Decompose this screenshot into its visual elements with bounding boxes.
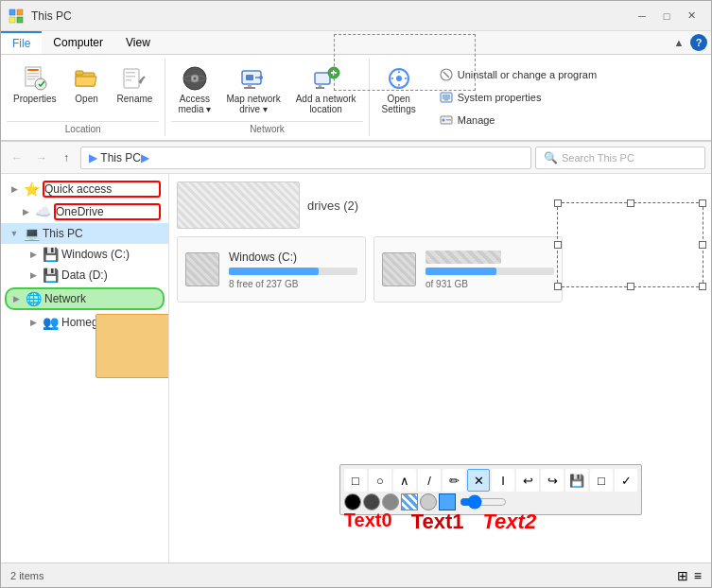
ribbon: File Computer View ▲ ? xyxy=(1,31,711,142)
draw-pattern-btn[interactable] xyxy=(401,493,418,510)
map-network-button[interactable]: Map networkdrive ▾ xyxy=(219,59,287,119)
open-settings-label: OpenSettings xyxy=(382,94,416,114)
draw-check-tool[interactable]: ✓ xyxy=(615,469,637,492)
sidebar-item-quick-access[interactable]: ▶ ⭐ Quick access xyxy=(1,178,168,200)
search-icon: 🔍 xyxy=(544,151,558,164)
draw-polygon-tool[interactable]: ∧ xyxy=(393,469,416,492)
drive-windows-c-info: Windows (C:) 8 free of 237 GB xyxy=(229,251,357,289)
open-button[interactable]: Open xyxy=(65,59,109,109)
help-button[interactable]: ? xyxy=(690,34,707,51)
rename-icon xyxy=(119,63,149,94)
data-d-label: Data (D:) xyxy=(61,268,161,282)
svg-rect-32 xyxy=(319,84,321,87)
svg-rect-1 xyxy=(17,9,23,15)
path-label: This PC xyxy=(100,151,141,164)
map-network-icon xyxy=(238,63,269,94)
open-settings-button[interactable]: OpenSettings xyxy=(375,59,423,136)
titlebar-controls: ─ □ ✕ xyxy=(630,7,703,26)
svg-rect-39 xyxy=(443,95,450,99)
sidebar-item-data-d[interactable]: ▶ 💾 Data (D:) xyxy=(1,265,168,285)
homegroup-icon: 👥 xyxy=(43,315,58,330)
access-media-button[interactable]: Accessmedia ▾ xyxy=(171,59,217,119)
path-this-pc[interactable]: ▶ xyxy=(89,151,97,164)
onedrive-label: OneDrive xyxy=(54,203,161,220)
draw-color-black[interactable] xyxy=(344,493,361,510)
svg-rect-43 xyxy=(446,119,451,121)
svg-rect-33 xyxy=(316,87,324,89)
rename-button[interactable]: Rename xyxy=(111,59,160,109)
add-network-button[interactable]: Add a networklocation xyxy=(289,59,363,119)
svg-rect-13 xyxy=(126,72,135,74)
draw-color-dark-gray[interactable] xyxy=(363,493,380,510)
tab-file[interactable]: File xyxy=(1,31,42,54)
view-large-icons-button[interactable]: ⊞ xyxy=(677,568,688,583)
close-button[interactable]: ✕ xyxy=(679,7,703,26)
svg-rect-7 xyxy=(27,76,39,78)
text1-label: Text1 xyxy=(411,510,464,534)
draw-copy-tool[interactable]: □ xyxy=(590,469,613,492)
draw-rect-tool[interactable]: □ xyxy=(344,469,367,492)
svg-point-20 xyxy=(193,78,196,80)
minimize-button[interactable]: ─ xyxy=(630,7,654,26)
draw-save-tool[interactable]: 💾 xyxy=(565,469,588,492)
drive-item-2[interactable]: of 931 GB xyxy=(373,236,563,303)
svg-point-9 xyxy=(35,78,46,90)
titlebar: This PC ─ □ ✕ xyxy=(1,1,711,31)
network-group-label: Network xyxy=(171,121,362,136)
forward-button[interactable]: → xyxy=(31,147,52,168)
svg-point-42 xyxy=(442,119,444,122)
text2-label: Text2 xyxy=(482,510,536,534)
sidebar-item-network[interactable]: ▶ 🌐 Network xyxy=(5,287,165,310)
ribbon-collapse-button[interactable]: ▲ xyxy=(671,35,686,50)
drive-item-windows-c[interactable]: Windows (C:) 8 free of 237 GB xyxy=(177,236,366,303)
system-props-button[interactable]: System properties xyxy=(432,87,603,108)
manage-button[interactable]: Manage xyxy=(432,110,603,130)
draw-color-gray[interactable] xyxy=(382,493,399,510)
homegroup-expander: ▶ xyxy=(27,318,39,327)
search-box[interactable]: 🔍 Search This PC xyxy=(535,147,705,169)
address-path[interactable]: ▶ This PC ▶ xyxy=(80,147,531,169)
sidebar-item-onedrive[interactable]: ▶ ☁️ OneDrive xyxy=(1,200,168,223)
window-title: This PC xyxy=(27,9,630,23)
tab-view[interactable]: View xyxy=(114,31,162,54)
draw-pencil-tool[interactable]: ✏ xyxy=(443,469,465,492)
draw-select-tool[interactable]: ✕ xyxy=(467,469,490,492)
svg-rect-2 xyxy=(9,17,15,23)
data-d-icon: 💾 xyxy=(43,268,58,283)
draw-ellipse-tool[interactable]: ○ xyxy=(369,469,391,492)
view-details-button[interactable]: ≡ xyxy=(694,568,702,583)
settings-icon xyxy=(384,63,414,94)
draw-line-tool[interactable]: / xyxy=(418,469,441,492)
drive-2-bar-bg xyxy=(425,268,554,275)
properties-button[interactable]: Properties xyxy=(7,59,63,109)
drawing-toolbar: □ ○ ∧ / ✏ ✕ I ↩ ↪ 💾 □ ✓ xyxy=(339,464,642,515)
drives-grid: Windows (C:) 8 free of 237 GB xyxy=(177,236,703,303)
draw-fill-btn[interactable] xyxy=(420,493,437,510)
system-props-label: System properties xyxy=(458,92,542,103)
sidebar: ▶ ⭐ Quick access ▶ ☁️ OneDrive ▼ 💻 This … xyxy=(1,174,169,562)
draw-undo-tool[interactable]: ↩ xyxy=(516,469,539,492)
maximize-button[interactable]: □ xyxy=(654,7,679,26)
sidebar-item-windows-c[interactable]: ▶ 💾 Windows (C:) xyxy=(1,244,168,265)
system-small-buttons: Uninstall or change a program System pro… xyxy=(426,59,609,136)
windows-c-icon: 💾 xyxy=(43,247,58,262)
drive-windows-c-bar-bg xyxy=(229,268,357,275)
up-button[interactable]: ↑ xyxy=(56,147,77,168)
sidebar-item-this-pc[interactable]: ▼ 💻 This PC xyxy=(1,223,168,244)
homegroup-container: ▶ 👥 Homegroup xyxy=(1,312,168,333)
ribbon-group-network: Accessmedia ▾ xyxy=(165,59,369,136)
draw-text-tool[interactable]: I xyxy=(492,469,514,492)
back-button[interactable]: ← xyxy=(7,147,27,168)
search-placeholder: Search This PC xyxy=(562,152,634,164)
ribbon-content: Properties Open xyxy=(1,55,711,141)
tab-computer[interactable]: Computer xyxy=(42,31,114,54)
draw-toolbar-row-2 xyxy=(344,493,637,510)
uninstall-button[interactable]: Uninstall or change a program xyxy=(432,64,603,85)
drive-2-name xyxy=(425,251,501,264)
draw-blue-swatch[interactable] xyxy=(439,493,456,510)
draw-redo-tool[interactable]: ↪ xyxy=(541,469,564,492)
drive-2-size: of 931 GB xyxy=(425,279,554,289)
quick-access-label: Quick access xyxy=(43,181,161,198)
draw-width-slider[interactable] xyxy=(460,494,507,510)
drive-windows-c-size: 8 free of 237 GB xyxy=(229,279,357,289)
